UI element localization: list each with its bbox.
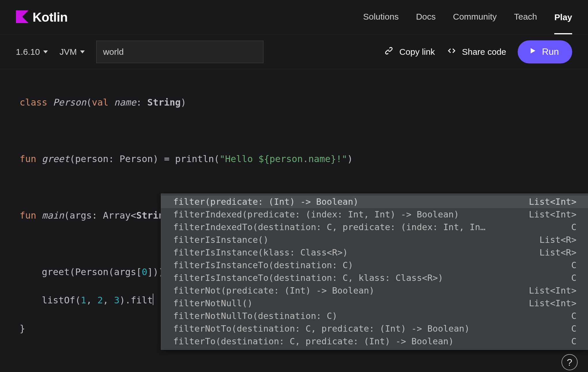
autocomplete-return-type: List<Int> [520, 196, 576, 208]
autocomplete-return-type: List<Int> [520, 284, 576, 297]
autocomplete-signature: filterNotNull() [173, 297, 520, 310]
autocomplete-signature: filterIsInstanceTo(destination: C) [173, 259, 563, 272]
autocomplete-return-type: List<R> [531, 246, 576, 259]
code-icon [446, 46, 457, 58]
autocomplete-item[interactable]: filterIsInstance()List<R> [161, 234, 588, 246]
nav-solutions[interactable]: Solutions [363, 12, 399, 23]
nav-teach[interactable]: Teach [514, 12, 537, 23]
share-code-label: Share code [462, 47, 506, 57]
autocomplete-item[interactable]: filterTo(destination: C, predicate: (Int… [161, 335, 588, 348]
svg-marker-1 [531, 48, 535, 54]
program-args-input[interactable] [96, 41, 263, 63]
autocomplete-item[interactable]: filterNotNullTo(destination: C)C [161, 310, 588, 322]
autocomplete-item[interactable]: filterIndexedTo(destination: C, predicat… [161, 221, 588, 234]
run-button[interactable]: Run [518, 40, 572, 63]
help-button[interactable]: ? [561, 354, 578, 370]
help-icon: ? [567, 357, 572, 368]
target-label: JVM [59, 47, 77, 57]
copy-link-button[interactable]: Copy link [384, 46, 435, 58]
autocomplete-return-type: List<Int> [520, 208, 576, 221]
autocomplete-signature: filter(predicate: (Int) -> Boolean) [173, 196, 520, 208]
code-line [20, 180, 588, 194]
autocomplete-signature: filterIndexedTo(destination: C, predicat… [173, 221, 563, 234]
autocomplete-signature: filterIsInstanceTo(destination: C, klass… [173, 272, 563, 284]
version-label: 1.6.10 [16, 47, 40, 57]
autocomplete-item[interactable]: filterIsInstance(klass: Class<R>)List<R> [161, 246, 588, 259]
nav-play[interactable]: Play [554, 12, 572, 34]
autocomplete-item[interactable]: filterIsInstanceTo(destination: C)C [161, 259, 588, 272]
caret-down-icon [43, 50, 48, 53]
code-line: class Person(val name: String) [20, 95, 588, 110]
brand-name: Kotlin [33, 10, 68, 25]
autocomplete-return-type: C [563, 259, 576, 272]
caret-down-icon [80, 50, 85, 53]
autocomplete-item[interactable]: filterNot(predicate: (Int) -> Boolean)Li… [161, 284, 588, 297]
run-label: Run [542, 46, 559, 57]
autocomplete-return-type: C [563, 272, 576, 284]
link-icon [384, 46, 394, 58]
autocomplete-signature: filterIndexed(predicate: (index: Int, In… [173, 208, 520, 221]
nav-community[interactable]: Community [453, 12, 497, 23]
play-icon [529, 46, 537, 57]
autocomplete-item[interactable]: filterIsInstanceTo(destination: C, klass… [161, 272, 588, 284]
playground-toolbar: 1.6.10 JVM Copy link Share code Run [0, 35, 588, 69]
copy-link-label: Copy link [399, 47, 435, 57]
autocomplete-item[interactable]: filterIndexed(predicate: (index: Int, In… [161, 208, 588, 221]
autocomplete-return-type: C [563, 310, 576, 322]
nav-docs[interactable]: Docs [416, 12, 436, 23]
kotlin-logo-icon [16, 10, 29, 24]
autocomplete-return-type: C [563, 335, 576, 348]
autocomplete-signature: filterNotTo(destination: C, predicate: (… [173, 322, 563, 335]
autocomplete-signature: filterNotNullTo(destination: C) [173, 310, 563, 322]
share-code-button[interactable]: Share code [446, 46, 506, 58]
nav-links: Solutions Docs Community Teach Play [363, 12, 572, 23]
autocomplete-return-type: C [563, 322, 576, 335]
autocomplete-popup: filter(predicate: (Int) -> Boolean)List<… [161, 193, 588, 350]
autocomplete-item[interactable]: filter(predicate: (Int) -> Boolean)List<… [161, 196, 588, 208]
code-line [20, 124, 588, 138]
target-dropdown[interactable]: JVM [59, 47, 85, 57]
autocomplete-signature: filterIsInstance(klass: Class<R>) [173, 246, 531, 259]
autocomplete-item[interactable]: filterNotNull()List<Int> [161, 297, 588, 310]
autocomplete-item[interactable]: filterNotTo(destination: C, predicate: (… [161, 322, 588, 335]
brand-logo[interactable]: Kotlin [16, 10, 68, 25]
autocomplete-return-type: List<Int> [520, 297, 576, 310]
autocomplete-signature: filterIsInstance() [173, 234, 531, 246]
autocomplete-return-type: List<R> [531, 234, 576, 246]
top-nav: Kotlin Solutions Docs Community Teach Pl… [0, 0, 588, 35]
autocomplete-signature: filterTo(destination: C, predicate: (Int… [173, 335, 563, 348]
version-dropdown[interactable]: 1.6.10 [16, 47, 48, 57]
svg-marker-0 [16, 10, 29, 23]
code-line: fun greet(person: Person) = println("Hel… [20, 152, 588, 166]
autocomplete-signature: filterNot(predicate: (Int) -> Boolean) [173, 284, 520, 297]
text-cursor [153, 294, 153, 305]
autocomplete-return-type: C [563, 221, 576, 234]
